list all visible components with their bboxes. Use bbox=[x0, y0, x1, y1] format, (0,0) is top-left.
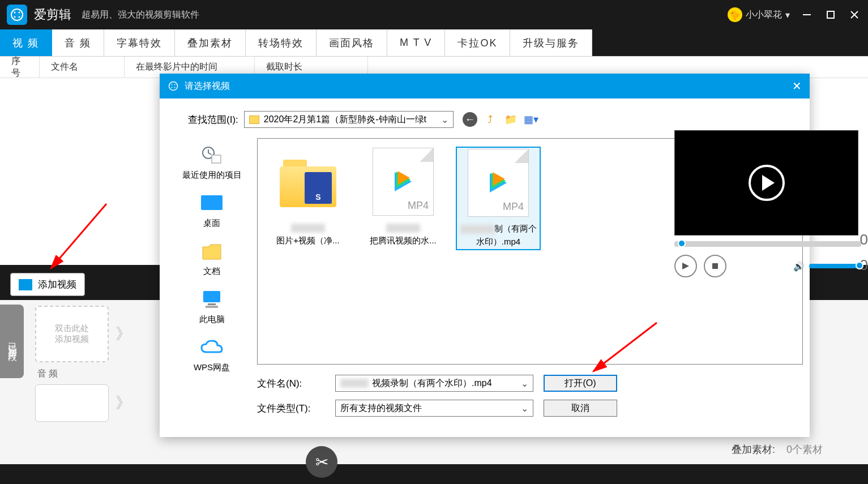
play-button[interactable] bbox=[674, 255, 697, 277]
svg-point-11 bbox=[174, 84, 176, 85]
arrow-right-icon: 》 bbox=[116, 392, 131, 414]
tab-subtitle-fx[interactable]: 字幕特效 bbox=[104, 29, 175, 56]
svg-point-12 bbox=[172, 87, 173, 88]
back-button[interactable]: ← bbox=[463, 112, 477, 127]
dialog-sidebar: 最近使用的项目 桌面 文档 此电脑 WPS网盘 bbox=[166, 138, 257, 427]
cloud-icon bbox=[199, 336, 224, 359]
tab-overlay[interactable]: 叠加素材 bbox=[175, 29, 246, 56]
dialog-close-button[interactable]: ✕ bbox=[792, 79, 802, 93]
tab-audio[interactable]: 音 频 bbox=[52, 29, 104, 56]
user-menu[interactable]: 🐤 小小翠花 ▾ bbox=[728, 7, 790, 22]
user-name: 小小翠花 bbox=[746, 9, 782, 21]
chevron-down-icon: ⌄ bbox=[521, 403, 528, 414]
filename-label: 文件名(N): bbox=[257, 377, 325, 390]
audio-clip-placeholder[interactable] bbox=[35, 384, 109, 422]
scissors-button[interactable]: ✂ bbox=[306, 446, 337, 478]
overlay-material-count: 叠加素材: 0个素材 bbox=[732, 443, 823, 456]
svg-rect-6 bbox=[827, 11, 834, 18]
svg-point-1 bbox=[14, 12, 16, 14]
svg-rect-15 bbox=[212, 155, 221, 163]
tab-style[interactable]: 画面风格 bbox=[317, 29, 387, 56]
svg-point-0 bbox=[11, 9, 23, 20]
app-title: 爱剪辑 bbox=[34, 6, 71, 23]
sidebar-thispc[interactable]: 此电脑 bbox=[166, 285, 257, 328]
clip-placeholder[interactable]: 双击此处 添加视频 bbox=[35, 306, 109, 362]
lookup-folder-select[interactable]: 2020年2月第1篇（新型肺炎-钟南山一绿t ⌄ bbox=[244, 111, 454, 128]
dialog-title: 请选择视频 bbox=[185, 80, 230, 92]
svg-rect-20 bbox=[712, 263, 718, 269]
add-video-button[interactable]: 添加视频 bbox=[10, 273, 85, 296]
volume-icon[interactable]: 🔊 bbox=[793, 261, 805, 272]
chevron-down-icon: ⌄ bbox=[521, 378, 528, 389]
col-index: 序号 bbox=[0, 57, 40, 78]
add-video-label: 添加视频 bbox=[38, 278, 76, 291]
svg-rect-19 bbox=[206, 306, 218, 308]
sidebar-desktop[interactable]: 桌面 bbox=[166, 189, 257, 232]
minimize-button[interactable] bbox=[800, 8, 814, 22]
video-preview[interactable] bbox=[674, 130, 858, 235]
film-icon bbox=[19, 279, 32, 290]
sidebar-documents[interactable]: 文档 bbox=[166, 237, 257, 280]
user-avatar-icon: 🐤 bbox=[728, 7, 742, 22]
file-item-folder[interactable]: S 图片+视频（净... bbox=[266, 147, 350, 248]
new-folder-button[interactable]: 📁 bbox=[503, 112, 518, 127]
chevron-down-icon: ⌄ bbox=[441, 114, 448, 125]
tab-upgrade[interactable]: 升级与服务 bbox=[510, 29, 592, 56]
open-button[interactable]: 打开(O) bbox=[544, 375, 617, 392]
tab-karaoke[interactable]: 卡拉OK bbox=[445, 29, 510, 56]
chevron-down-icon: ▾ bbox=[785, 10, 790, 20]
svg-point-9 bbox=[169, 82, 178, 91]
svg-point-10 bbox=[172, 84, 173, 85]
volume-slider[interactable] bbox=[809, 264, 861, 268]
svg-point-2 bbox=[19, 12, 20, 14]
sidebar-recent[interactable]: 最近使用的项目 bbox=[166, 140, 257, 184]
lookup-label: 查找范围(I): bbox=[188, 113, 238, 126]
svg-rect-18 bbox=[208, 303, 216, 305]
svg-rect-16 bbox=[201, 195, 223, 210]
folder-icon bbox=[249, 115, 259, 124]
maximize-button[interactable] bbox=[824, 8, 837, 22]
cancel-button[interactable]: 取消 bbox=[544, 400, 617, 417]
file-item-video-2[interactable]: MP4 制（有两个水印）.mp4 bbox=[456, 147, 541, 250]
tab-transition[interactable]: 转场特效 bbox=[246, 29, 317, 56]
recent-icon bbox=[199, 144, 224, 166]
filetype-label: 文件类型(T): bbox=[257, 402, 325, 415]
preview-panel: 🔊 bbox=[674, 130, 861, 277]
play-overlay-icon bbox=[749, 165, 785, 201]
tab-mtv[interactable]: M T V bbox=[387, 29, 445, 56]
close-button[interactable] bbox=[848, 8, 861, 22]
view-mode-button[interactable]: ▦▾ bbox=[524, 112, 538, 127]
col-filename: 文件名 bbox=[40, 57, 125, 78]
up-folder-button[interactable]: ⤴ bbox=[483, 112, 498, 127]
filename-input[interactable]: 视频录制（有两个水印）.mp4 ⌄ bbox=[335, 375, 533, 392]
documents-icon bbox=[199, 240, 224, 263]
title-bar: 爱剪辑 超易用、强大的视频剪辑软件 🐤 小小翠花 ▾ bbox=[0, 0, 868, 29]
app-logo-icon bbox=[7, 5, 27, 25]
stop-button[interactable] bbox=[704, 255, 726, 277]
timeline-slider[interactable] bbox=[674, 241, 861, 247]
main-tabs: 视 频 音 频 字幕特效 叠加素材 转场特效 画面风格 M T V 卡拉OK 升… bbox=[0, 29, 868, 57]
tab-video[interactable]: 视 频 bbox=[0, 29, 52, 56]
dialog-titlebar: 请选择视频 ✕ bbox=[160, 74, 810, 98]
svg-point-13 bbox=[174, 87, 176, 88]
svg-point-3 bbox=[14, 16, 16, 18]
svg-rect-17 bbox=[203, 291, 220, 302]
sidebar-wps[interactable]: WPS网盘 bbox=[166, 333, 257, 376]
computer-icon bbox=[199, 288, 224, 311]
desktop-icon bbox=[199, 192, 224, 215]
file-item-video-1[interactable]: MP4 把腾讯视频的水... bbox=[361, 147, 446, 248]
filetype-select[interactable]: 所有支持的视频文件 ⌄ bbox=[335, 400, 533, 417]
added-clips-label: 已添加片段 bbox=[0, 305, 24, 378]
arrow-right-icon: 》 bbox=[116, 323, 131, 345]
app-subtitle: 超易用、强大的视频剪辑软件 bbox=[82, 9, 199, 21]
svg-point-4 bbox=[19, 16, 20, 18]
